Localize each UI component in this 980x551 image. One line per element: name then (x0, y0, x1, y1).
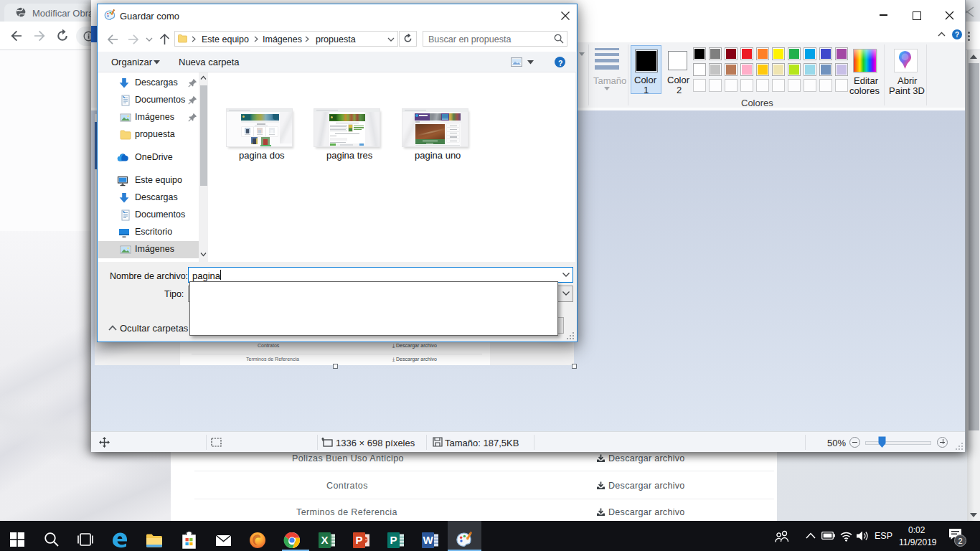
svg-text:P: P (355, 534, 362, 546)
svg-text:X: X (321, 534, 328, 546)
svg-text:W: W (423, 534, 433, 546)
svg-text:P: P (390, 534, 397, 546)
